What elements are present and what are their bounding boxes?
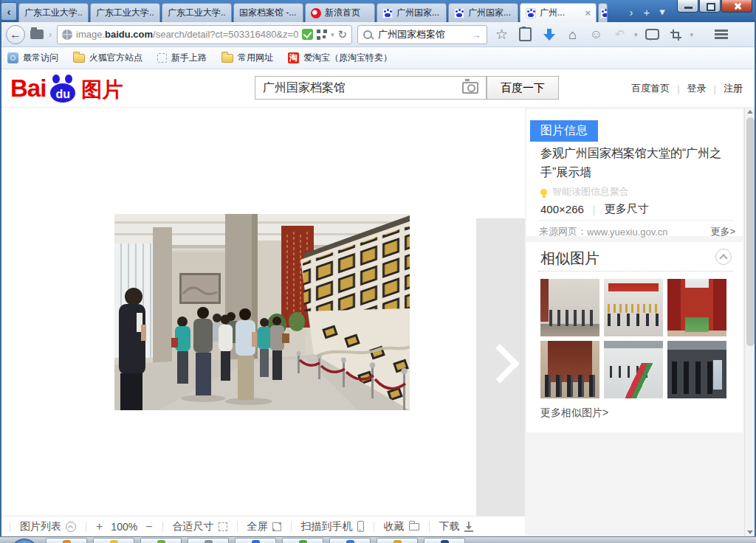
browser-search-input[interactable]: [377, 28, 467, 41]
feedback-smiley-icon[interactable]: ☺: [587, 25, 605, 44]
image-list-button[interactable]: 图片列表: [20, 520, 76, 533]
divider: [291, 522, 292, 532]
tab-guangzhou-archive-1[interactable]: 广州国家...: [377, 3, 447, 22]
bookmark-common-sites[interactable]: 常用网址: [221, 52, 273, 64]
tab-sina-home[interactable]: 新浪首页: [305, 3, 375, 22]
menu-hamburger-icon[interactable]: [712, 25, 730, 44]
bookmark-firefox-official[interactable]: 火狐官方站点: [73, 52, 142, 64]
similar-thumbnail-4[interactable]: [540, 341, 599, 398]
tab-guangzhou-archive-2[interactable]: 广州国家...: [448, 3, 518, 22]
tab-active-guangzhou[interactable]: 广州... ×: [520, 3, 597, 22]
image-dimensions: 400×266: [540, 203, 584, 215]
tab-strip: 广东工业大学... 广东工业大学... 广东工业大学... 国家档案馆 -...…: [18, 3, 609, 22]
tab-list-dropdown[interactable]: ▾: [655, 3, 670, 21]
taskbar-app-button[interactable]: [235, 538, 276, 543]
similar-thumbnail-2[interactable]: [604, 279, 663, 336]
taskbar-app-button[interactable]: [329, 538, 371, 543]
similar-thumbnail-3[interactable]: [667, 279, 726, 336]
security-shield-icon[interactable]: [302, 29, 313, 40]
qr-code-icon[interactable]: [317, 30, 327, 40]
downloads-icon[interactable]: [540, 25, 558, 44]
chat-icon[interactable]: [643, 25, 662, 44]
home-icon[interactable]: ⌂: [563, 25, 582, 44]
source-url[interactable]: www.yuexiu.gov.cn: [587, 226, 668, 238]
similar-thumbnail-1[interactable]: [540, 279, 599, 336]
history-folder-icon[interactable]: [30, 30, 44, 39]
clipboard-icon: [519, 27, 532, 41]
taskbar-app-button[interactable]: [377, 538, 418, 543]
undo-icon: ↶: [611, 25, 629, 44]
zoom-out-button[interactable]: −: [145, 520, 152, 533]
scroll-down-arrow-icon[interactable]: [747, 530, 753, 534]
bookmark-star-icon[interactable]: ☆: [492, 25, 511, 44]
scrollbar-thumb[interactable]: [746, 117, 755, 346]
taskbar-app-button[interactable]: [140, 538, 182, 543]
baidu-image-logo[interactable]: Bai du 图片: [10, 72, 123, 105]
breadcrumb-chevron-icon: ›: [49, 30, 52, 40]
link-login[interactable]: 登录: [687, 82, 707, 95]
scroll-up-arrow-icon[interactable]: [747, 110, 753, 114]
bookmark-getting-started[interactable]: 新手上路: [157, 52, 207, 64]
taskbar-app-button[interactable]: [93, 538, 134, 543]
download-button[interactable]: 下载: [439, 520, 473, 533]
baidu-search-input[interactable]: [255, 81, 462, 94]
tab-gdut-1[interactable]: 广东工业大学...: [18, 3, 89, 22]
tab-national-archive[interactable]: 国家档案馆 -...: [233, 3, 303, 22]
tab-partial[interactable]: [598, 3, 608, 22]
source-more-link[interactable]: 更多>: [710, 225, 735, 238]
url-bar[interactable]: image.baidu.com/search/detail?ct=5033164…: [57, 25, 352, 44]
link-register[interactable]: 注册: [724, 82, 743, 95]
fullscreen-button[interactable]: 全屏: [247, 520, 281, 533]
taskbar-app-button[interactable]: [282, 538, 323, 543]
more-similar-link[interactable]: 更多相似图片>: [540, 407, 608, 420]
taskbar-app-button[interactable]: [188, 538, 229, 543]
tab-scroll-right-button[interactable]: ›: [624, 3, 639, 21]
window-controls: [677, 0, 752, 13]
tab-scroll-left-button[interactable]: ‹: [1, 2, 17, 21]
taskbar-app-button[interactable]: [424, 538, 465, 543]
favorite-button[interactable]: 收藏: [384, 520, 419, 533]
bookmark-aitaobao[interactable]: 淘 爱淘宝（原淘宝特卖）: [288, 52, 392, 64]
divider: [237, 522, 238, 532]
taskbar-app-button[interactable]: [46, 538, 87, 543]
bookmarks-panel-icon[interactable]: [516, 25, 535, 44]
reload-icon[interactable]: ↻: [337, 29, 347, 40]
bookmark-label: 爱淘宝（原淘宝特卖）: [303, 52, 392, 64]
logo-bai-text: Bai: [10, 72, 46, 105]
screenshot-crop-icon[interactable]: [667, 25, 685, 44]
link-baidu-home[interactable]: 百度首页: [631, 82, 670, 95]
camera-search-icon[interactable]: [462, 82, 478, 94]
baidu-search-button[interactable]: 百度一下: [487, 76, 559, 100]
baidu-search-box[interactable]: [255, 76, 487, 100]
search-go-icon[interactable]: →: [471, 29, 481, 41]
more-sizes-link[interactable]: 更多尺寸: [605, 202, 649, 216]
app-icon: [252, 540, 260, 543]
fit-size-button[interactable]: 合适尺寸: [173, 520, 227, 533]
app-icon: [346, 540, 354, 543]
smart-caption-row: 智能读图信息聚合: [540, 185, 629, 198]
bookmark-most-visited[interactable]: 最常访问: [7, 52, 58, 64]
tab-gdut-2[interactable]: 广东工业大学...: [90, 3, 160, 22]
close-button[interactable]: [721, 0, 752, 13]
header-links: 百度首页 | 登录 | 注册: [631, 82, 743, 95]
new-tab-button[interactable]: +: [639, 3, 654, 21]
tab-gdut-3[interactable]: 广东工业大学...: [162, 3, 232, 22]
url-dropdown-icon[interactable]: ▾: [331, 31, 334, 38]
tab-close-icon[interactable]: ×: [585, 7, 591, 18]
main-photo[interactable]: [114, 214, 410, 410]
divider: [86, 522, 86, 532]
scan-to-phone-button[interactable]: 扫描到手机: [301, 520, 364, 533]
start-button[interactable]: [10, 539, 38, 543]
zoom-in-button[interactable]: +: [96, 520, 103, 533]
similar-thumbnail-6[interactable]: [667, 341, 726, 398]
collapse-chevron-icon[interactable]: [715, 249, 732, 265]
restore-button[interactable]: [699, 0, 721, 13]
back-button[interactable]: ←: [6, 25, 25, 44]
next-image-button[interactable]: [476, 218, 525, 543]
crop-dropdown-icon[interactable]: ▾: [690, 31, 694, 38]
bookmark-label: 火狐官方站点: [89, 52, 142, 64]
similar-thumbnail-5[interactable]: [604, 341, 663, 398]
browser-search-box[interactable]: →: [357, 25, 487, 44]
minimize-button[interactable]: [677, 0, 698, 13]
undo-dropdown-icon[interactable]: ▾: [634, 31, 638, 38]
